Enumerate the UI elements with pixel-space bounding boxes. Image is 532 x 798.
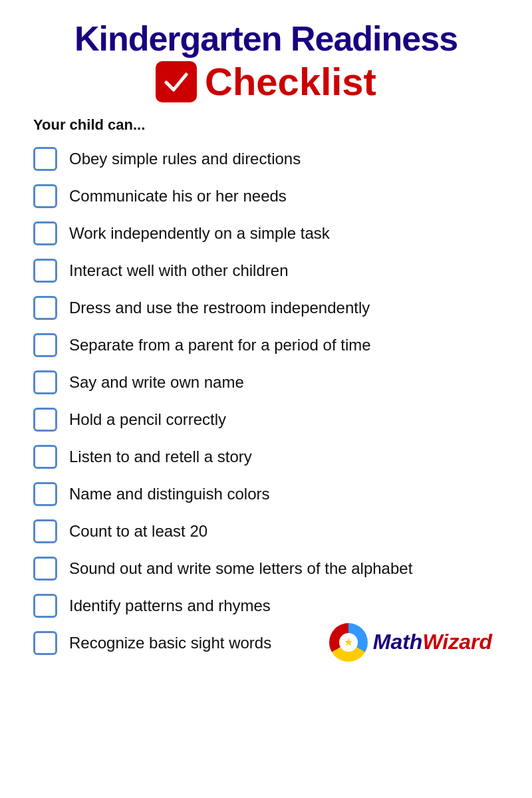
list-item: Separate from a parent for a period of t… (27, 327, 505, 364)
checkbox-5[interactable] (33, 296, 57, 320)
item-text: Hold a pencil correctly (69, 410, 226, 429)
logo-wizard-text: Wizard (422, 630, 492, 654)
list-item: Say and write own name (27, 364, 505, 401)
footer: ★ MathWizard (329, 623, 499, 662)
list-item: Count to at least 20 (27, 513, 505, 550)
checkbox-4[interactable] (33, 259, 57, 283)
checkbox-3[interactable] (33, 221, 57, 245)
checkbox-6[interactable] (33, 333, 57, 357)
checkbox-7[interactable] (33, 370, 57, 394)
item-text: Obey simple rules and directions (69, 150, 301, 168)
item-text: Listen to and retell a story (69, 448, 252, 466)
checkbox-14[interactable] (33, 631, 57, 655)
checkbox-8[interactable] (33, 408, 57, 432)
list-item: Recognize basic sight words ★ MathWizard (27, 624, 505, 662)
title-line2: Checklist (27, 61, 505, 103)
logo-icon: ★ (329, 623, 368, 662)
checkbox-1[interactable] (33, 147, 57, 171)
checklist: Obey simple rules and directionsCommunic… (27, 140, 505, 662)
item-text: Dress and use the restroom independently (69, 299, 370, 317)
item-text: Interact well with other children (69, 261, 288, 280)
logo-star: ★ (344, 636, 353, 648)
title-line1: Kindergarten Readiness (27, 20, 505, 58)
checkbox-9[interactable] (33, 445, 57, 469)
item-text: Say and write own name (69, 373, 244, 392)
item-text: Separate from a parent for a period of t… (69, 336, 371, 354)
logo-text: MathWizard (373, 630, 492, 654)
item-text: Sound out and write some letters of the … (69, 559, 412, 578)
item-text: Recognize basic sight words (69, 634, 271, 652)
checkbox-2[interactable] (33, 184, 57, 208)
logo-inner: ★ (339, 633, 358, 652)
page-header: Kindergarten Readiness Checklist (27, 20, 505, 103)
list-item: Interact well with other children (27, 252, 505, 289)
list-item: Obey simple rules and directions (27, 140, 505, 178)
list-item: Name and distinguish colors (27, 475, 505, 513)
checklist-label: Checklist (205, 61, 376, 103)
item-text: Identify patterns and rhymes (69, 597, 271, 615)
checkbox-13[interactable] (33, 594, 57, 618)
item-text: Count to at least 20 (69, 522, 207, 541)
checkbox-11[interactable] (33, 519, 57, 543)
list-item: Sound out and write some letters of the … (27, 550, 505, 587)
logo-math-text: Math (373, 630, 423, 654)
item-text: Name and distinguish colors (69, 485, 270, 503)
list-item: Work independently on a simple task (27, 215, 505, 252)
list-item: Identify patterns and rhymes (27, 587, 505, 624)
list-item: Dress and use the restroom independently (27, 289, 505, 327)
checkbox-12[interactable] (33, 557, 57, 581)
item-text: Work independently on a simple task (69, 224, 330, 243)
subtitle: Your child can... (33, 116, 505, 134)
checkmark-icon (156, 61, 197, 102)
list-item: Listen to and retell a story (27, 438, 505, 475)
list-item: Communicate his or her needs (27, 178, 505, 215)
checkbox-10[interactable] (33, 482, 57, 506)
list-item: Hold a pencil correctly (27, 401, 505, 438)
item-text: Communicate his or her needs (69, 187, 287, 205)
